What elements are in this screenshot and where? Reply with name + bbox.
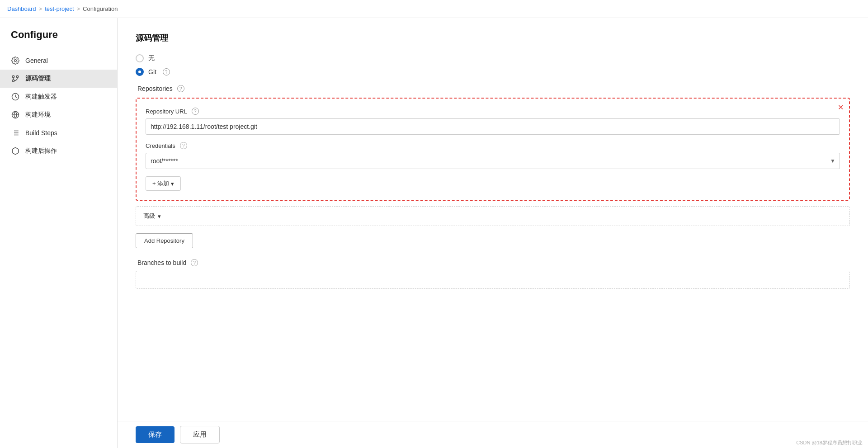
sidebar-item-env-label: 构建环境 [25, 111, 51, 119]
repo-url-help-icon[interactable]: ? [192, 108, 199, 115]
sidebar-item-general-label: General [25, 57, 48, 64]
bottom-bar: 保存 应用 [118, 421, 868, 448]
repo-url-field-label: Repository URL ? [146, 108, 840, 115]
branches-label: Branches to build ? [137, 259, 850, 266]
credentials-select-wrapper: root/****** ▼ [146, 153, 840, 169]
section-title: 源码管理 [136, 33, 850, 43]
radio-none-option[interactable]: 无 [136, 54, 850, 62]
advanced-section: 高级 ▾ [136, 206, 850, 226]
radio-git-circle [136, 68, 144, 76]
sidebar-item-build-steps-label: Build Steps [25, 129, 57, 137]
list-icon [11, 128, 20, 137]
advanced-label: 高级 [143, 212, 155, 220]
sidebar-title: Configure [0, 29, 117, 52]
add-repository-button[interactable]: Add Repository [136, 233, 193, 248]
breadcrumb-sep-1: > [39, 5, 42, 12]
radio-none-circle [136, 54, 144, 62]
code-branch-icon [11, 74, 20, 83]
add-credentials-label: + 添加 [152, 179, 169, 188]
breadcrumb-bar: Dashboard > test-project > Configuration [0, 0, 868, 18]
apply-button[interactable]: 应用 [180, 426, 220, 443]
footer-note: CSDN @18岁程序员想打职业. [796, 439, 863, 446]
sidebar-item-post-build-label: 构建后操作 [25, 147, 57, 155]
radio-git-label: Git [148, 68, 156, 75]
svg-point-0 [14, 60, 17, 62]
add-credentials-button[interactable]: + 添加 ▾ [146, 176, 181, 191]
repositories-help-icon[interactable]: ? [177, 85, 184, 92]
save-button[interactable]: 保存 [136, 426, 175, 443]
radio-none-label: 无 [148, 54, 155, 62]
credentials-select[interactable]: root/****** [146, 153, 840, 169]
repo-card-close-button[interactable]: ✕ [838, 104, 844, 111]
repositories-label: Repositories ? [137, 85, 850, 92]
sidebar-item-source-label: 源码管理 [25, 75, 51, 83]
git-help-icon[interactable]: ? [163, 68, 170, 75]
globe-icon [11, 110, 20, 119]
repo-url-input[interactable] [146, 118, 840, 135]
radio-git-option[interactable]: Git ? [136, 68, 850, 76]
breadcrumb-project[interactable]: test-project [45, 5, 74, 12]
sidebar: Configure General 源码 [0, 18, 118, 448]
clock-icon [11, 92, 20, 101]
branches-input-area [136, 271, 850, 289]
sidebar-item-general[interactable]: General [0, 52, 117, 70]
svg-point-1 [12, 80, 14, 82]
sidebar-item-triggers[interactable]: 构建触发器 [0, 88, 117, 106]
breadcrumb-dashboard[interactable]: Dashboard [7, 5, 36, 12]
branches-help-icon[interactable]: ? [191, 259, 198, 266]
gear-icon [11, 56, 20, 65]
add-repository-label: Add Repository [144, 237, 184, 244]
dropdown-arrow-icon: ▾ [171, 180, 174, 187]
sidebar-item-build-steps[interactable]: Build Steps [0, 124, 117, 142]
main-content: 源码管理 无 Git ? Repositories ? ✕ Re [118, 18, 868, 448]
chevron-down-icon-advanced: ▾ [158, 213, 161, 220]
breadcrumb-current: Configuration [83, 5, 118, 12]
sidebar-item-post-build[interactable]: 构建后操作 [0, 142, 117, 160]
svg-point-2 [12, 75, 14, 78]
box-icon [11, 146, 20, 156]
sidebar-item-triggers-label: 构建触发器 [25, 93, 57, 101]
credentials-field-label: Credentials ? [146, 142, 840, 149]
scm-radio-group: 无 Git ? [136, 54, 850, 76]
sidebar-item-source[interactable]: 源码管理 [0, 70, 117, 88]
repository-card: ✕ Repository URL ? Credentials ? root/**… [136, 98, 850, 201]
svg-point-3 [16, 75, 19, 78]
breadcrumb-sep-2: > [77, 5, 80, 12]
credentials-help-icon[interactable]: ? [180, 142, 187, 149]
advanced-toggle[interactable]: 高级 ▾ [136, 207, 849, 226]
sidebar-item-env[interactable]: 构建环境 [0, 106, 117, 124]
